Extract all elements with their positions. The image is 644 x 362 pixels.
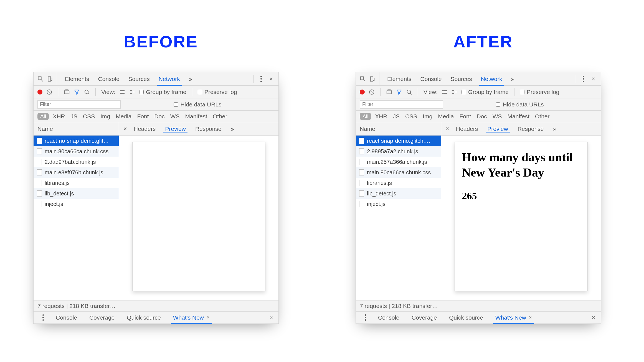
drawer-tab-coverage[interactable]: Coverage: [83, 312, 121, 323]
drawer-tab-close-icon[interactable]: ×: [529, 315, 532, 320]
request-row[interactable]: main.80ca66ca.chunk.css: [356, 167, 441, 178]
filter-input[interactable]: [37, 100, 121, 109]
request-row[interactable]: 2.9895a7a2.chunk.js: [356, 146, 441, 157]
name-column-header[interactable]: Name: [360, 126, 375, 132]
subtab-headers[interactable]: Headers: [452, 126, 482, 132]
list-view-icon[interactable]: [119, 89, 125, 95]
filter-xhr[interactable]: XHR: [375, 113, 387, 120]
record-icon[interactable]: [37, 90, 42, 95]
drawer-close-icon[interactable]: ×: [590, 314, 597, 321]
close-side-panel-icon[interactable]: ×: [444, 125, 451, 132]
camera-icon[interactable]: [64, 89, 70, 95]
drawer-tab-quick-source[interactable]: Quick source: [121, 312, 167, 323]
inspect-icon[interactable]: [37, 76, 44, 82]
preserve-log-checkbox[interactable]: Preserve log: [520, 89, 559, 95]
preserve-log-checkbox[interactable]: Preserve log: [198, 89, 237, 95]
record-icon[interactable]: [360, 90, 365, 95]
filter-js[interactable]: JS: [70, 113, 77, 120]
request-row[interactable]: 2.dad97bab.chunk.js: [34, 157, 119, 167]
kebab-icon[interactable]: [260, 76, 263, 82]
list-view-icon[interactable]: [442, 89, 448, 95]
request-row[interactable]: inject.js: [356, 199, 441, 209]
drawer-tab-console[interactable]: Console: [50, 312, 83, 323]
request-row[interactable]: main.80ca66ca.chunk.css: [34, 146, 119, 157]
top-tab-console[interactable]: Console: [94, 72, 124, 85]
filter-xhr[interactable]: XHR: [53, 113, 65, 120]
request-row[interactable]: lib_detect.js: [356, 188, 441, 199]
filter-css[interactable]: CSS: [405, 113, 417, 120]
subtab-headers[interactable]: Headers: [129, 126, 160, 132]
top-tab-elements[interactable]: Elements: [60, 72, 94, 85]
filter-img[interactable]: Img: [100, 113, 110, 120]
request-row[interactable]: inject.js: [34, 199, 119, 209]
filter-ws[interactable]: WS: [170, 113, 180, 120]
drawer-kebab-icon[interactable]: [365, 314, 367, 321]
drawer-kebab-icon[interactable]: [42, 314, 45, 321]
subtab-overflow[interactable]: »: [549, 126, 561, 132]
filter-font[interactable]: Font: [137, 113, 149, 120]
filter-js[interactable]: JS: [393, 113, 400, 120]
subtab-response[interactable]: Response: [513, 126, 548, 132]
drawer-close-icon[interactable]: ×: [268, 314, 275, 321]
filter-other[interactable]: Other: [535, 113, 550, 120]
filter-media[interactable]: Media: [438, 113, 454, 120]
request-row[interactable]: lib_detect.js: [34, 188, 119, 199]
filter-media[interactable]: Media: [116, 113, 131, 120]
waterfall-view-icon[interactable]: [452, 89, 458, 95]
top-tab-console[interactable]: Console: [416, 72, 446, 85]
drawer-tab-what-s-new[interactable]: What's New×: [167, 312, 216, 323]
top-tab-network[interactable]: Network: [476, 72, 507, 85]
filter-ws[interactable]: WS: [493, 113, 502, 120]
clear-icon[interactable]: [369, 89, 375, 95]
funnel-icon[interactable]: [74, 89, 80, 95]
filter-doc[interactable]: Doc: [154, 113, 164, 120]
subtab-response[interactable]: Response: [191, 126, 226, 132]
name-column-header[interactable]: Name: [37, 126, 53, 132]
group-by-frame-checkbox[interactable]: Group by frame: [139, 89, 186, 95]
top-tabs-overflow[interactable]: »: [184, 72, 197, 85]
group-by-frame-checkbox[interactable]: Group by frame: [462, 89, 509, 95]
filter-all-pill[interactable]: All: [37, 113, 49, 120]
drawer-tab-what-s-new[interactable]: What's New×: [489, 312, 538, 323]
inspect-icon[interactable]: [360, 76, 366, 82]
drawer-tab-coverage[interactable]: Coverage: [405, 312, 443, 323]
devices-icon[interactable]: [47, 76, 53, 82]
filter-font[interactable]: Font: [459, 113, 471, 120]
search-icon[interactable]: [406, 89, 412, 95]
request-row[interactable]: main.257a366a.chunk.js: [356, 157, 441, 167]
top-tabs-overflow[interactable]: »: [507, 72, 519, 85]
subtab-preview[interactable]: Preview: [161, 126, 190, 132]
filter-input[interactable]: [360, 100, 443, 109]
hide-data-urls-checkbox[interactable]: Hide data URLs: [174, 101, 221, 108]
subtab-overflow[interactable]: »: [227, 126, 239, 132]
waterfall-view-icon[interactable]: [129, 89, 135, 95]
filter-doc[interactable]: Doc: [476, 113, 487, 120]
drawer-tab-close-icon[interactable]: ×: [207, 315, 210, 320]
drawer-tab-console[interactable]: Console: [372, 312, 405, 323]
top-tab-sources[interactable]: Sources: [124, 72, 154, 85]
camera-icon[interactable]: [386, 89, 392, 95]
request-row[interactable]: libraries.js: [356, 178, 441, 188]
filter-manifest[interactable]: Manifest: [185, 113, 207, 120]
devices-icon[interactable]: [369, 76, 375, 82]
filter-all-pill[interactable]: All: [360, 113, 371, 120]
close-devtools-icon[interactable]: ×: [268, 75, 275, 83]
request-row[interactable]: react-no-snap-demo.glit…: [34, 136, 119, 146]
hide-data-urls-checkbox[interactable]: Hide data URLs: [496, 101, 544, 108]
filter-img[interactable]: Img: [423, 113, 432, 120]
search-icon[interactable]: [84, 89, 90, 95]
clear-icon[interactable]: [46, 89, 52, 95]
top-tab-network[interactable]: Network: [154, 72, 184, 85]
filter-manifest[interactable]: Manifest: [508, 113, 529, 120]
filter-other[interactable]: Other: [213, 113, 227, 120]
close-devtools-icon[interactable]: ×: [590, 75, 597, 83]
kebab-icon[interactable]: [583, 76, 585, 82]
top-tab-elements[interactable]: Elements: [383, 72, 416, 85]
top-tab-sources[interactable]: Sources: [446, 72, 476, 85]
filter-css[interactable]: CSS: [83, 113, 95, 120]
drawer-tab-quick-source[interactable]: Quick source: [443, 312, 489, 323]
request-row[interactable]: react-snap-demo.glitch.…: [356, 136, 441, 146]
close-side-panel-icon[interactable]: ×: [122, 125, 129, 132]
request-row[interactable]: main.e3ef976b.chunk.js: [34, 167, 119, 178]
subtab-preview[interactable]: Preview: [483, 126, 513, 132]
